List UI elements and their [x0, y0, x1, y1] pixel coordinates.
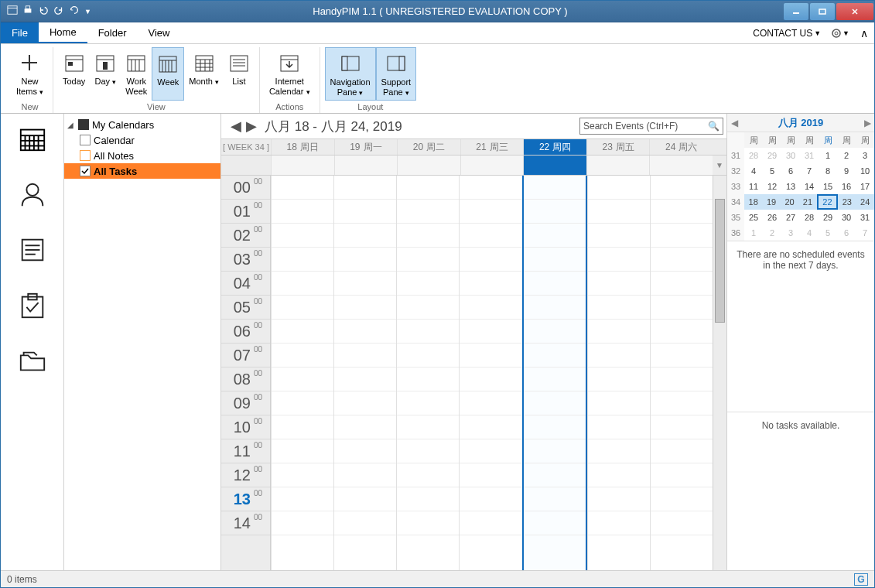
maximize-button[interactable] [810, 3, 835, 20]
mini-day[interactable]: 2 [837, 148, 856, 163]
refresh-icon[interactable] [69, 5, 80, 18]
menu-folder[interactable]: Folder [87, 22, 138, 43]
day-column[interactable] [650, 176, 713, 570]
allday-expand-button[interactable]: ▼ [713, 156, 726, 175]
tree-checkbox[interactable] [80, 166, 91, 176]
tree-my-calendars[interactable]: ◢ My Calendars [64, 117, 220, 132]
mini-day[interactable]: 31 [800, 148, 819, 163]
mini-day[interactable]: 22 [817, 194, 838, 210]
minimize-button[interactable] [784, 3, 808, 20]
mini-day[interactable]: 13 [781, 179, 800, 194]
mini-day[interactable]: 1 [819, 148, 837, 163]
mini-prev-button[interactable]: ◀ [727, 118, 741, 128]
menu-view[interactable]: View [138, 22, 181, 43]
navigation-pane-button[interactable]: Navigation Pane ▾ [325, 47, 376, 101]
mini-day[interactable]: 16 [837, 179, 856, 194]
mini-day[interactable]: 6 [837, 225, 856, 241]
mini-day[interactable]: 4 [800, 225, 819, 241]
tree-checkbox[interactable] [80, 135, 91, 145]
mini-day[interactable]: 4 [744, 163, 763, 179]
allday-cell[interactable] [586, 156, 650, 175]
work-week-button[interactable]: Work Week [121, 47, 152, 101]
scrollbar[interactable] [713, 176, 726, 570]
qat-dropdown[interactable]: ▼ [84, 8, 91, 15]
today-button[interactable]: Today [58, 47, 90, 101]
mini-day[interactable]: 8 [819, 163, 837, 179]
tree-all-notes[interactable]: All Notes [64, 148, 220, 163]
mini-day[interactable]: 2 [763, 225, 781, 241]
mini-day[interactable]: 18 [744, 194, 762, 210]
mini-day[interactable]: 7 [800, 163, 819, 179]
mini-day[interactable]: 5 [763, 163, 781, 179]
mini-day[interactable]: 20 [781, 194, 798, 210]
mini-day[interactable]: 10 [856, 163, 874, 179]
allday-cell[interactable] [649, 156, 713, 175]
week-button[interactable]: Week [152, 47, 184, 101]
tasks-module-button[interactable] [14, 287, 51, 324]
menu-home[interactable]: Home [39, 22, 87, 43]
mini-day[interactable]: 6 [781, 163, 800, 179]
contacts-module-button[interactable] [14, 176, 51, 213]
day-column[interactable] [396, 176, 459, 570]
allday-cell[interactable] [460, 156, 524, 175]
redo-icon[interactable] [53, 5, 64, 18]
mini-day[interactable]: 25 [744, 210, 763, 225]
tree-all-tasks[interactable]: All Tasks [64, 163, 220, 179]
mini-day[interactable]: 19 [762, 194, 780, 210]
allday-cell[interactable] [397, 156, 460, 175]
day-column[interactable] [459, 176, 521, 570]
day-column[interactable] [587, 176, 650, 570]
calendar-module-button[interactable] [14, 120, 51, 157]
mini-day[interactable]: 29 [819, 210, 837, 225]
day-header[interactable]: 21 周三 [460, 139, 524, 155]
mini-day[interactable]: 30 [781, 148, 800, 163]
menu-file[interactable]: File [1, 22, 39, 43]
scrollbar-thumb[interactable] [715, 199, 725, 323]
day-column[interactable] [522, 176, 587, 570]
folders-module-button[interactable] [14, 343, 51, 380]
mini-calendar[interactable]: 周周周周周周周312829303112332456789103311121314… [727, 132, 874, 241]
notes-module-button[interactable] [14, 231, 51, 268]
mini-day[interactable]: 15 [819, 179, 837, 194]
list-button[interactable]: List [224, 47, 255, 101]
mini-day[interactable]: 1 [744, 225, 763, 241]
tree-checkbox[interactable] [80, 150, 91, 161]
mini-day[interactable]: 28 [744, 148, 763, 163]
close-button[interactable] [836, 3, 873, 20]
contact-us-button[interactable]: CONTACT US ▼ [748, 22, 825, 43]
day-column[interactable] [271, 176, 333, 570]
mini-day[interactable]: 29 [763, 148, 781, 163]
mini-day[interactable]: 9 [837, 163, 856, 179]
day-header[interactable]: 20 周二 [397, 139, 460, 155]
day-header[interactable]: 19 周一 [334, 139, 398, 155]
next-week-button[interactable]: ▶ [244, 118, 258, 135]
new-items-button[interactable]: New Items ▾ [12, 47, 48, 101]
mini-day[interactable]: 3 [781, 225, 800, 241]
settings-button[interactable]: ▼ [825, 22, 854, 43]
collapse-ribbon-button[interactable]: ∧ [854, 22, 874, 43]
mini-day[interactable]: 3 [856, 148, 874, 163]
day-header[interactable]: 24 周六 [649, 139, 713, 155]
mini-next-button[interactable]: ▶ [860, 118, 874, 128]
mini-day[interactable]: 23 [838, 194, 856, 210]
mini-day[interactable]: 24 [856, 194, 874, 210]
allday-cell[interactable] [271, 156, 334, 175]
status-icon[interactable]: G [854, 573, 868, 586]
day-header[interactable]: 23 周五 [586, 139, 650, 155]
day-header[interactable]: 22 周四 [523, 139, 586, 155]
undo-icon[interactable] [38, 5, 49, 18]
mini-day[interactable]: 21 [798, 194, 816, 210]
day-column[interactable] [333, 176, 396, 570]
allday-cell[interactable] [334, 156, 398, 175]
mini-day[interactable]: 14 [800, 179, 819, 194]
month-button[interactable]: Month ▾ [184, 47, 224, 101]
internet-calendar-button[interactable]: Internet Calendar ▾ [265, 47, 315, 101]
prev-week-button[interactable]: ◀ [229, 118, 243, 135]
mini-day[interactable]: 17 [856, 179, 874, 194]
support-pane-button[interactable]: Support Pane ▾ [376, 47, 417, 101]
tree-calendar[interactable]: Calendar [64, 132, 220, 148]
allday-cell[interactable] [523, 156, 586, 175]
mini-day[interactable]: 12 [763, 179, 781, 194]
mini-day[interactable]: 26 [763, 210, 781, 225]
mini-day[interactable]: 5 [819, 225, 837, 241]
